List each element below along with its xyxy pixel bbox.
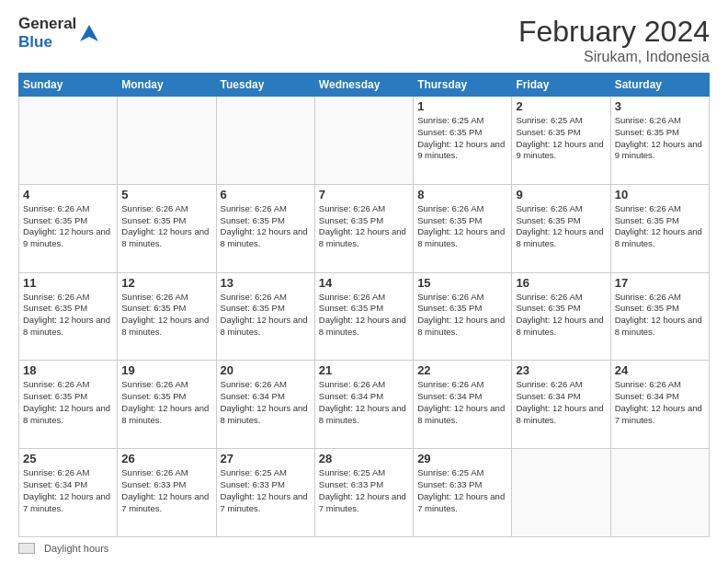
day-number: 1 (417, 99, 507, 113)
day-number: 25 (23, 452, 113, 465)
title-area: February 2024 Sirukam, Indonesia (518, 15, 710, 65)
page: General Blue February 2024 Sirukam, Indo… (0, 0, 728, 563)
logo-general-text: General (18, 15, 76, 33)
day-number: 5 (121, 188, 211, 201)
day-number: 8 (417, 188, 507, 201)
calendar-cell: 27Sunrise: 6:25 AM Sunset: 6:33 PM Dayli… (216, 449, 314, 537)
day-info: Sunrise: 6:26 AM Sunset: 6:35 PM Dayligh… (121, 203, 211, 250)
calendar-cell (118, 97, 216, 185)
day-number: 2 (516, 99, 606, 113)
calendar-cell: 2Sunrise: 6:25 AM Sunset: 6:35 PM Daylig… (512, 97, 610, 185)
day-info: Sunrise: 6:26 AM Sunset: 6:35 PM Dayligh… (319, 292, 409, 339)
calendar-cell: 26Sunrise: 6:26 AM Sunset: 6:33 PM Dayli… (118, 449, 216, 537)
day-number: 28 (319, 452, 409, 465)
day-number: 27 (221, 452, 311, 465)
day-number: 7 (319, 188, 409, 201)
calendar-cell: 22Sunrise: 6:26 AM Sunset: 6:34 PM Dayli… (414, 361, 512, 449)
calendar-cell: 19Sunrise: 6:26 AM Sunset: 6:35 PM Dayli… (118, 361, 216, 449)
calendar-header-friday: Friday (512, 74, 610, 97)
calendar-cell (216, 97, 314, 185)
calendar-week-3: 11Sunrise: 6:26 AM Sunset: 6:35 PM Dayli… (19, 272, 710, 361)
day-info: Sunrise: 6:26 AM Sunset: 6:35 PM Dayligh… (23, 292, 113, 339)
day-info: Sunrise: 6:26 AM Sunset: 6:35 PM Dayligh… (615, 292, 705, 339)
calendar-cell: 10Sunrise: 6:26 AM Sunset: 6:35 PM Dayli… (610, 184, 709, 272)
calendar-cell: 7Sunrise: 6:26 AM Sunset: 6:35 PM Daylig… (314, 184, 413, 272)
day-info: Sunrise: 6:26 AM Sunset: 6:35 PM Dayligh… (121, 292, 211, 339)
calendar-week-2: 4Sunrise: 6:26 AM Sunset: 6:35 PM Daylig… (19, 184, 710, 272)
day-number: 9 (516, 188, 606, 201)
calendar-cell (314, 97, 413, 185)
day-info: Sunrise: 6:26 AM Sunset: 6:34 PM Dayligh… (23, 467, 113, 514)
calendar-header-tuesday: Tuesday (216, 74, 314, 97)
footer: Daylight hours (18, 543, 710, 554)
day-number: 16 (516, 276, 606, 290)
month-title: February 2024 (518, 15, 710, 49)
day-info: Sunrise: 6:25 AM Sunset: 6:33 PM Dayligh… (221, 467, 311, 514)
calendar-cell: 6Sunrise: 6:26 AM Sunset: 6:35 PM Daylig… (216, 184, 314, 272)
calendar-cell: 5Sunrise: 6:26 AM Sunset: 6:35 PM Daylig… (118, 184, 216, 272)
day-number: 22 (417, 363, 507, 377)
calendar-header-saturday: Saturday (610, 74, 709, 97)
calendar-header-row: SundayMondayTuesdayWednesdayThursdayFrid… (19, 74, 710, 97)
day-number: 23 (516, 363, 606, 377)
day-info: Sunrise: 6:26 AM Sunset: 6:34 PM Dayligh… (417, 379, 507, 426)
calendar-cell: 25Sunrise: 6:26 AM Sunset: 6:34 PM Dayli… (19, 449, 118, 537)
day-info: Sunrise: 6:26 AM Sunset: 6:34 PM Dayligh… (319, 379, 409, 426)
calendar-cell: 17Sunrise: 6:26 AM Sunset: 6:35 PM Dayli… (610, 272, 709, 361)
calendar-header-monday: Monday (118, 74, 216, 97)
logo-blue-text: Blue (18, 33, 76, 52)
calendar-cell: 4Sunrise: 6:26 AM Sunset: 6:35 PM Daylig… (19, 184, 118, 272)
calendar-cell: 21Sunrise: 6:26 AM Sunset: 6:34 PM Dayli… (314, 361, 413, 449)
calendar-week-4: 18Sunrise: 6:26 AM Sunset: 6:35 PM Dayli… (19, 361, 710, 449)
calendar-cell: 18Sunrise: 6:26 AM Sunset: 6:35 PM Dayli… (19, 361, 118, 449)
day-number: 14 (319, 276, 409, 290)
day-number: 3 (615, 99, 705, 113)
location-title: Sirukam, Indonesia (518, 49, 710, 65)
calendar-cell (512, 449, 610, 537)
calendar-cell: 8Sunrise: 6:26 AM Sunset: 6:35 PM Daylig… (414, 184, 512, 272)
day-info: Sunrise: 6:26 AM Sunset: 6:35 PM Dayligh… (221, 203, 311, 250)
day-info: Sunrise: 6:26 AM Sunset: 6:35 PM Dayligh… (121, 379, 211, 426)
day-info: Sunrise: 6:26 AM Sunset: 6:35 PM Dayligh… (417, 292, 507, 339)
calendar-cell: 24Sunrise: 6:26 AM Sunset: 6:34 PM Dayli… (610, 361, 709, 449)
calendar-cell: 13Sunrise: 6:26 AM Sunset: 6:35 PM Dayli… (216, 272, 314, 361)
header: General Blue February 2024 Sirukam, Indo… (18, 15, 710, 65)
day-number: 15 (417, 276, 507, 290)
logo-arrow-icon (78, 23, 98, 43)
day-number: 20 (221, 363, 311, 377)
day-number: 21 (319, 363, 409, 377)
day-info: Sunrise: 6:25 AM Sunset: 6:35 PM Dayligh… (417, 115, 507, 162)
svg-marker-0 (80, 25, 98, 41)
calendar-cell: 14Sunrise: 6:26 AM Sunset: 6:35 PM Dayli… (314, 272, 413, 361)
day-info: Sunrise: 6:26 AM Sunset: 6:35 PM Dayligh… (319, 203, 409, 250)
calendar-cell: 3Sunrise: 6:26 AM Sunset: 6:35 PM Daylig… (610, 97, 709, 185)
day-info: Sunrise: 6:26 AM Sunset: 6:33 PM Dayligh… (121, 467, 211, 514)
calendar-cell: 28Sunrise: 6:25 AM Sunset: 6:33 PM Dayli… (314, 449, 413, 537)
day-info: Sunrise: 6:26 AM Sunset: 6:35 PM Dayligh… (221, 292, 311, 339)
calendar-cell: 20Sunrise: 6:26 AM Sunset: 6:34 PM Dayli… (216, 361, 314, 449)
calendar-cell: 9Sunrise: 6:26 AM Sunset: 6:35 PM Daylig… (512, 184, 610, 272)
calendar-header-sunday: Sunday (19, 74, 118, 97)
day-info: Sunrise: 6:26 AM Sunset: 6:35 PM Dayligh… (615, 115, 705, 162)
logo: General Blue (18, 15, 98, 51)
calendar-cell: 12Sunrise: 6:26 AM Sunset: 6:35 PM Dayli… (118, 272, 216, 361)
calendar-table: SundayMondayTuesdayWednesdayThursdayFrid… (18, 73, 710, 537)
day-number: 17 (615, 276, 705, 290)
day-number: 10 (615, 188, 705, 201)
calendar-cell (610, 449, 709, 537)
daylight-swatch (18, 543, 35, 554)
day-info: Sunrise: 6:25 AM Sunset: 6:35 PM Dayligh… (516, 115, 606, 162)
day-number: 26 (121, 452, 211, 465)
day-info: Sunrise: 6:25 AM Sunset: 6:33 PM Dayligh… (417, 467, 507, 514)
day-number: 6 (221, 188, 311, 201)
day-info: Sunrise: 6:26 AM Sunset: 6:34 PM Dayligh… (615, 379, 705, 426)
day-info: Sunrise: 6:26 AM Sunset: 6:35 PM Dayligh… (23, 379, 113, 426)
calendar-cell: 15Sunrise: 6:26 AM Sunset: 6:35 PM Dayli… (414, 272, 512, 361)
day-info: Sunrise: 6:26 AM Sunset: 6:35 PM Dayligh… (516, 203, 606, 250)
day-info: Sunrise: 6:26 AM Sunset: 6:35 PM Dayligh… (516, 292, 606, 339)
calendar-cell: 29Sunrise: 6:25 AM Sunset: 6:33 PM Dayli… (414, 449, 512, 537)
day-info: Sunrise: 6:26 AM Sunset: 6:34 PM Dayligh… (221, 379, 311, 426)
day-info: Sunrise: 6:26 AM Sunset: 6:35 PM Dayligh… (417, 203, 507, 250)
day-number: 13 (221, 276, 311, 290)
calendar-cell: 1Sunrise: 6:25 AM Sunset: 6:35 PM Daylig… (414, 97, 512, 185)
